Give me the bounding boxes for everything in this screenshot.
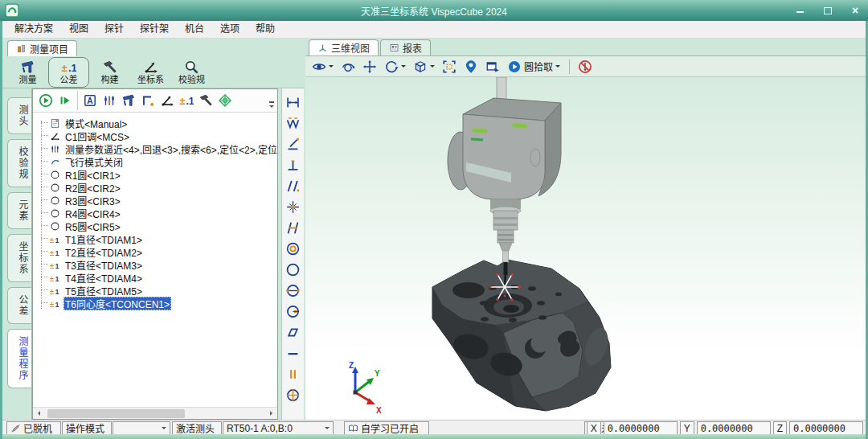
coordinate-axis-label: Y [680, 421, 694, 435]
tree-row[interactable]: R1圆<CIR1> [38, 168, 277, 181]
restore-icon[interactable] [821, 5, 834, 16]
scrollbar-thumb[interactable] [47, 409, 185, 418]
tolerance-button[interactable] [284, 301, 303, 322]
tolerance-button[interactable] [284, 154, 303, 175]
toolbar-button[interactable] [36, 91, 55, 110]
tree-branch-line [41, 264, 48, 265]
tree-row[interactable]: T4直径<TDIAM4> [38, 271, 277, 284]
ribbon-button-label: 公差 [60, 75, 78, 85]
menu-item[interactable]: 机台 [177, 21, 212, 38]
toolbar-button[interactable] [196, 91, 215, 110]
side-tab[interactable]: 测头 [7, 97, 31, 134]
self-learning-status[interactable]: 自学习已开启 [344, 421, 429, 435]
view-toolbar-button[interactable] [341, 59, 355, 74]
active-probe-select[interactable]: RT50-1 A:0,B:0 [223, 421, 334, 435]
view-toolbar-button[interactable] [485, 59, 500, 74]
3d-view-icon [317, 43, 328, 53]
tolerance-button[interactable] [284, 384, 303, 405]
titlebar: 天准三坐标系统 VispecCube 2024 × [0, 0, 868, 21]
tolerance-button[interactable] [284, 92, 303, 113]
ribbon-button[interactable]: 测量 [7, 57, 48, 88]
scroll-left-icon[interactable] [33, 408, 44, 419]
side-tab[interactable]: 元素 [7, 192, 31, 229]
orbit-icon [341, 59, 355, 74]
menu-item[interactable]: 解决方案 [6, 21, 61, 38]
toolbar-overflow-icon[interactable] [268, 101, 276, 110]
tree-row[interactable]: R3圆<CIR3> [38, 194, 277, 207]
ribbon-button-label: 坐标系 [137, 75, 164, 85]
tab-measure-project[interactable]: 测量项目 [7, 40, 77, 56]
toolbar-button[interactable] [215, 91, 235, 110]
tree-row[interactable]: T5直径<TDIAM5> [38, 284, 277, 297]
menu-item[interactable]: 帮助 [248, 21, 283, 38]
tab-3d-view[interactable]: 三维视图 [309, 39, 379, 55]
tree-row[interactable]: T1直径<TDIAM1> [38, 232, 277, 245]
tolerance-button[interactable] [284, 343, 303, 363]
tab-report[interactable]: 报表 [380, 39, 431, 55]
tree-item-label: R2圆<CIR2> [63, 181, 122, 195]
view-toolbar-button[interactable] [312, 59, 334, 74]
ribbon-button[interactable]: 校验规 [171, 57, 212, 88]
tolerance-button[interactable] [284, 133, 303, 154]
view-toolbar-button[interactable] [362, 59, 377, 74]
menu-item[interactable]: 选项 [212, 21, 248, 38]
toolbar-button[interactable] [55, 91, 75, 110]
side-tab[interactable]: 校验规 [7, 139, 31, 187]
ribbon-button-label: 校验规 [178, 75, 205, 85]
coordinate-value: 0.0000000 [697, 421, 771, 435]
tolerance-button[interactable] [284, 322, 303, 343]
dropdown-caret-icon [162, 427, 166, 432]
view-toolbar-button[interactable] [442, 59, 457, 74]
view-toolbar-button[interactable] [464, 59, 478, 74]
tolerance-button[interactable] [284, 363, 303, 384]
side-tab[interactable]: 测量程序 [7, 329, 31, 388]
offline-status: 已脱机 [6, 421, 61, 435]
tree-row[interactable]: R2圆<CIR2> [38, 181, 277, 194]
menu-item[interactable]: 探针架 [132, 21, 177, 38]
toolbar-button[interactable] [158, 91, 177, 110]
gdt-circle-icon [285, 262, 301, 277]
tree-row[interactable]: R5圆<CIR5> [38, 220, 277, 232]
tree-row[interactable]: R4圆<CIR4> [38, 207, 277, 220]
scroll-right-icon[interactable] [266, 408, 277, 419]
tree-row[interactable]: 飞行模式关闭 [38, 155, 277, 168]
close-icon[interactable]: × [849, 5, 862, 16]
tolerance-button[interactable] [284, 259, 303, 280]
gdt-perp-icon [285, 158, 301, 173]
menu-item[interactable]: 探针 [96, 21, 132, 38]
view-toolbar-button[interactable] [569, 59, 592, 74]
tolerance-button[interactable] [284, 217, 303, 238]
side-tab[interactable]: 坐标系 [7, 234, 31, 282]
ribbon-button[interactable]: 坐标系 [130, 57, 171, 88]
toolbar-button[interactable] [177, 91, 196, 110]
view-toolbar-button[interactable] [413, 59, 435, 74]
menu-item[interactable]: 视图 [61, 21, 96, 38]
tree-row[interactable]: 测量参数逼近<4>,回退<3>,搜索<6>,定位<2>,定位加<2>,测 [38, 142, 277, 155]
tree-branch-line [41, 212, 48, 214]
tree-row[interactable]: C1回调<MCS> [38, 129, 277, 142]
view-toolbar-button[interactable] [384, 59, 406, 74]
tree-row[interactable]: T2直径<TDIAM2> [38, 245, 277, 258]
operation-mode-select[interactable] [113, 421, 170, 435]
3d-viewport[interactable]: Z Y X [305, 77, 866, 420]
toolbar-button[interactable] [100, 91, 119, 110]
minimize-icon[interactable] [794, 5, 807, 16]
tolerance-button[interactable] [284, 175, 303, 196]
ribbon-button[interactable]: 公差 [48, 57, 89, 88]
toolbar-button[interactable] [119, 91, 138, 110]
tolerance-button[interactable] [284, 113, 303, 133]
tolerance-button[interactable] [284, 196, 303, 217]
circle-icon [50, 195, 60, 206]
tolerance-button[interactable] [284, 238, 303, 259]
gdt-poscross-icon [285, 388, 301, 403]
tree-row[interactable]: T6同心度<TCONCEN1> [38, 297, 277, 310]
tree-row[interactable]: T3直径<TDIAM3> [38, 258, 277, 271]
ribbon-button[interactable]: 构建 [89, 57, 130, 88]
tolerance-button[interactable] [284, 280, 303, 301]
toolbar-button[interactable] [138, 91, 158, 110]
side-tab[interactable]: 公差 [7, 287, 31, 324]
toolbar-button[interactable] [77, 91, 100, 110]
horizontal-scrollbar[interactable] [33, 407, 277, 419]
view-toolbar-button[interactable]: 圆拾取 [507, 59, 560, 74]
tree-row[interactable]: 模式<Manual> [38, 117, 277, 129]
